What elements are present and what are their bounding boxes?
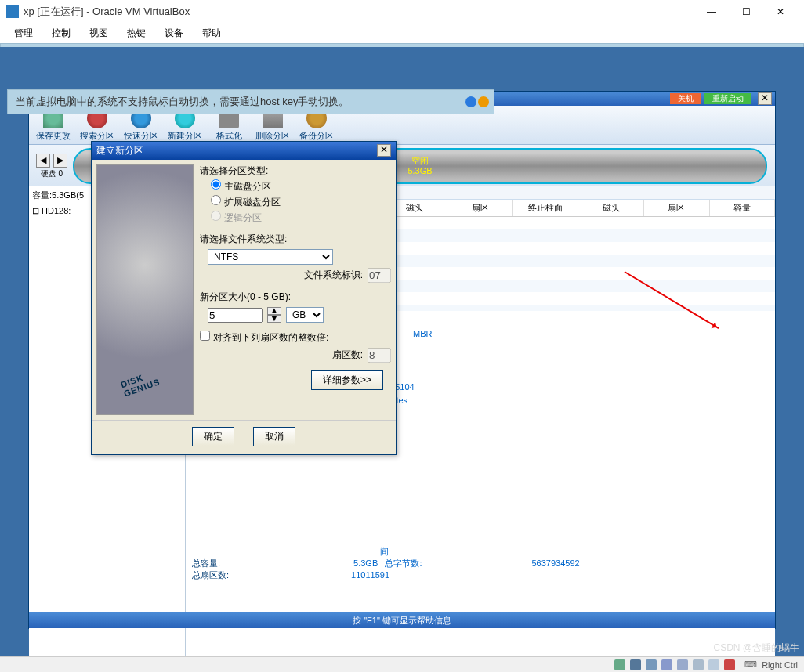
input-fs-id <box>368 268 391 283</box>
vbox-titlebar: xp [正在运行] - Oracle VM VirtualBox — ☐ ✕ <box>0 0 804 23</box>
prev-disk-icon[interactable]: ◀ <box>36 154 50 168</box>
menu-hotkey[interactable]: 热键 <box>118 25 155 42</box>
checkbox-align[interactable] <box>200 331 210 341</box>
input-size[interactable] <box>208 308 263 323</box>
label-size: 新分区大小(0 - 5 GB): <box>200 291 391 304</box>
status-mouse-icon <box>724 659 735 670</box>
window-title: xp [正在运行] - Oracle VM VirtualBox <box>24 5 694 19</box>
dg-statusbar: 按 "F1" 键可显示帮助信息 <box>29 612 775 628</box>
status-hd-icon <box>614 659 625 670</box>
label-fs-type: 请选择文件系统类型: <box>200 233 391 246</box>
watermark-text: CSDN @含睡的蜗牛 <box>713 641 799 655</box>
select-filesystem[interactable]: NTFS <box>208 249 333 265</box>
tree-disk-node[interactable]: HD128: <box>42 206 71 215</box>
vbox-statusbar: ⌨Right Ctrl <box>0 656 804 672</box>
status-shared-icon <box>677 659 688 670</box>
notice2-close-icon[interactable] <box>465 96 489 107</box>
next-disk-icon[interactable]: ▶ <box>53 154 67 168</box>
host-key-label: Right Ctrl <box>762 660 798 670</box>
menu-device[interactable]: 设备 <box>155 25 193 42</box>
create-partition-dialog: 建立新分区 ✕ 请选择分区类型: 主磁盘分区 扩展磁盘分区 逻辑分区 请选择文件… <box>91 141 397 455</box>
menu-help[interactable]: 帮助 <box>193 25 230 42</box>
label-fs-id: 文件系统标识: <box>304 269 363 282</box>
status-display-icon <box>693 659 704 670</box>
mouse-integration-notice: 当前虚拟电脑中的系统不支持鼠标自动切换，需要通过host key手动切换。 <box>7 89 494 114</box>
bottom-stats: 间 总容量:5.3GB 总字节数:5637934592 总扇区数:1101159… <box>192 546 580 581</box>
restart-button[interactable]: 重新启动 <box>704 93 751 104</box>
dg-close-icon[interactable]: ✕ <box>758 92 772 105</box>
status-cd-icon <box>630 659 641 670</box>
minimize-button[interactable]: — <box>694 1 729 23</box>
maximize-button[interactable]: ☐ <box>729 1 763 23</box>
cancel-button[interactable]: 取消 <box>253 427 295 446</box>
radio-logical <box>211 211 221 221</box>
disk-label: 硬盘 0 <box>41 169 63 178</box>
radio-primary[interactable] <box>211 179 221 190</box>
input-sector-count <box>368 348 391 363</box>
menu-manage[interactable]: 管理 <box>5 25 42 42</box>
close-button[interactable]: ✕ <box>763 1 798 23</box>
label-partition-type: 请选择分区类型: <box>200 164 391 178</box>
dialog-close-icon[interactable]: ✕ <box>377 144 391 157</box>
hdd-illustration <box>96 164 194 415</box>
menu-control[interactable]: 控制 <box>42 25 80 42</box>
shutdown-button[interactable]: 关机 <box>670 93 701 104</box>
status-net-icon <box>646 659 657 670</box>
ok-button[interactable]: 确定 <box>192 427 234 446</box>
advanced-button[interactable]: 详细参数>> <box>311 370 383 390</box>
size-down-icon[interactable]: ▼ <box>267 315 281 323</box>
label-sector-count: 扇区数: <box>332 349 363 362</box>
status-usb-icon <box>661 659 672 670</box>
vbox-icon <box>6 5 19 18</box>
radio-extended[interactable] <box>211 195 221 205</box>
select-unit[interactable]: GB <box>286 307 324 323</box>
status-rec-icon <box>708 659 719 670</box>
vbox-menubar: 管理 控制 视图 热键 设备 帮助 <box>0 23 804 42</box>
menu-view[interactable]: 视图 <box>80 25 118 42</box>
dialog-titlebar: 建立新分区 ✕ <box>92 142 396 160</box>
